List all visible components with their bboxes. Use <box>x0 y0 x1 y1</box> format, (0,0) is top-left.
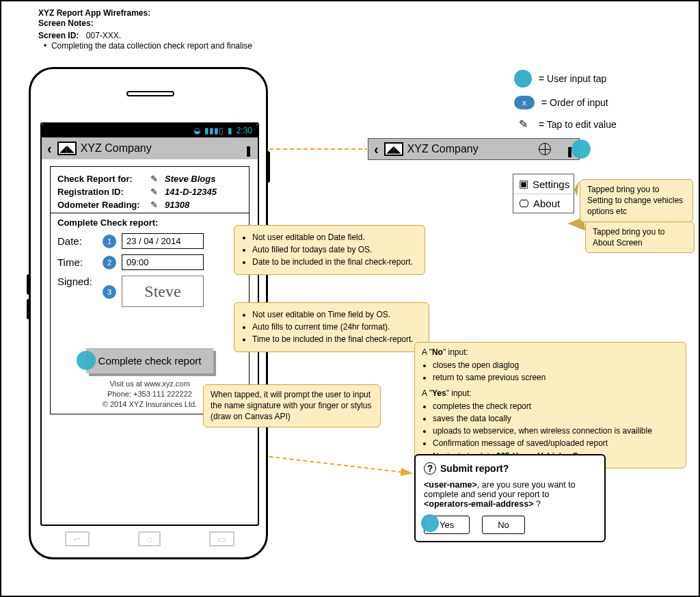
header-bullet-text: Completing the data collection check rep… <box>51 41 252 51</box>
logo-icon: ◢◣ <box>384 142 403 156</box>
submit-no-heading: A "No" input: <box>422 347 679 358</box>
monitor-icon: 🖵 <box>519 198 529 209</box>
time-label: Time: <box>57 256 97 268</box>
time-field[interactable] <box>122 254 204 270</box>
logo-icon: ◢◣ <box>57 142 77 155</box>
picture-icon: ▣ <box>519 178 528 190</box>
legend-order-icon: x <box>514 96 535 109</box>
status-time: 2:30 <box>237 126 252 135</box>
callout-time-b2: Auto fills to current time (24hr format)… <box>252 321 422 332</box>
overflow-menu-icon[interactable]: ▪▪▪ <box>246 144 254 154</box>
submit-yes-b1: completes the check report <box>433 401 679 412</box>
android-nav-bar: ⤺ ⌂ ▭ <box>40 527 259 550</box>
order-2-badge: 2 <box>103 256 116 269</box>
header-bullet: • Completing the data collection check r… <box>44 41 252 51</box>
callout-settings: Tapped bring you to Setting to change ve… <box>580 179 693 222</box>
battery-icon: ▮ <box>228 126 232 135</box>
tap-indicator <box>571 140 591 159</box>
submit-no-b1: closes the open diaglog <box>433 360 679 371</box>
nav-recent-icon[interactable]: ▭ <box>209 531 234 546</box>
complete-report-button[interactable]: Complete check report <box>86 348 214 373</box>
legend-tap-icon <box>514 70 532 88</box>
callout-about: Tapped bring you to About Screen <box>585 222 695 253</box>
menu-about[interactable]: 🖵About <box>513 194 574 213</box>
callout-time: Not user editable on Time field by OS. A… <box>234 302 429 352</box>
callout-time-b3: Time to be included in the final check-r… <box>252 334 422 345</box>
signed-label: Signed: <box>57 276 97 287</box>
callout-time-b1: Not user editable on Time field by OS. <box>252 309 422 320</box>
header-line-3: Screen ID: 007-XXX. <box>38 29 121 41</box>
back-chevron-icon[interactable]: ‹ <box>373 142 380 156</box>
header-line-2: Screen Notes: <box>38 18 94 28</box>
phone-titlebar: ‹ ◢◣ XYZ Company ▪▪▪ <box>42 137 258 159</box>
callout-date-b1: Not user editable on Date field. <box>252 232 418 243</box>
nav-home-icon[interactable]: ⌂ <box>138 531 160 546</box>
phone-speaker <box>126 91 174 96</box>
label-for: Check Report for: <box>57 174 146 184</box>
date-field[interactable] <box>122 233 204 249</box>
tap-indicator <box>421 514 439 532</box>
callout-submit: A "No" input: closes the open diaglog re… <box>414 342 686 468</box>
callout-date-b2: Auto filled for todays date by OS. <box>252 244 418 255</box>
divider <box>51 213 249 213</box>
pencil-icon[interactable] <box>150 200 161 210</box>
nav-back-icon[interactable]: ⤺ <box>65 531 90 546</box>
signal-icon: ▮▮▮▯ <box>204 126 224 135</box>
menu-about-label: About <box>533 198 560 209</box>
callout-signature: When tapped, it will prompt the user to … <box>203 384 381 427</box>
signature-canvas[interactable]: Steve <box>122 276 204 307</box>
overflow-menu: ▣Settings 🖵About <box>513 174 574 213</box>
submit-dialog: ?Submit report? <user-name>, are you sur… <box>414 454 606 542</box>
screen-id-label: Screen ID: <box>38 31 79 40</box>
label-reg: Registration ID: <box>57 187 146 197</box>
legend-order-label: = Order of input <box>541 97 608 108</box>
report-card: Check Report for:Steve Blogs Registratio… <box>50 166 250 414</box>
menu-settings[interactable]: ▣Settings <box>513 174 574 194</box>
phone-power-button <box>266 151 270 183</box>
legend-pencil-icon: ✎ <box>514 118 532 131</box>
menu-settings-label: Settings <box>533 178 569 190</box>
status-bar: ◒ ▮▮▮▯ ▮ 2:30 <box>42 124 258 137</box>
app-title: XYZ Company <box>81 142 152 155</box>
phone-screen: ◒ ▮▮▮▯ ▮ 2:30 ‹ ◢◣ XYZ Company ▪▪▪ Check… <box>40 122 259 526</box>
submit-yes-b4: Confirmation message of saved/uploaded r… <box>433 438 679 449</box>
pencil-icon[interactable] <box>150 174 161 184</box>
wifi-icon: ◒ <box>193 126 200 135</box>
phone-vol-down <box>27 299 31 319</box>
screen-id-value: 007-XXX. <box>86 31 121 40</box>
date-label: Date: <box>57 235 97 247</box>
section-title: Complete Check report: <box>57 217 242 228</box>
dialog-body-text2: ? <box>534 499 541 509</box>
legend-tap-label: = User input tap <box>539 73 606 84</box>
callout-date-b3: Date to be included in the final check-r… <box>252 256 418 267</box>
value-reg: 141-D-12345 <box>165 187 217 197</box>
order-1-badge: 1 <box>103 235 116 248</box>
pencil-icon[interactable] <box>150 187 161 197</box>
dialog-no-button[interactable]: No <box>482 516 525 534</box>
submit-yes-b3: uploads to webservice, when wireless con… <box>433 425 679 436</box>
phone-vol-up <box>27 274 31 295</box>
app-title-2: XYZ Company <box>407 143 479 155</box>
dialog-title: Submit report? <box>440 463 509 474</box>
legend-pencil-label: = Tap to edit value <box>539 119 617 130</box>
submit-yes-heading: A "Yes" input: <box>422 388 679 399</box>
globe-icon[interactable] <box>539 143 551 155</box>
label-odo: Odometer Reading: <box>57 200 146 210</box>
dialog-body: <user-name>, are you sure you want to co… <box>424 480 596 509</box>
value-odo: 91308 <box>165 200 189 210</box>
submit-yes-b2: saves the data locally <box>433 413 679 424</box>
phone-frame: ◒ ▮▮▮▯ ▮ 2:30 ‹ ◢◣ XYZ Company ▪▪▪ Check… <box>29 67 268 559</box>
legend: = User input tap x= Order of input ✎= Ta… <box>514 70 685 139</box>
back-chevron-icon[interactable]: ‹ <box>46 142 53 155</box>
order-3-badge: 3 <box>103 285 116 299</box>
tap-indicator <box>77 351 96 370</box>
screen-content: Check Report for:Steve Blogs Registratio… <box>42 159 258 421</box>
secondary-titlebar: ‹ ◢◣ XYZ Company ▪▪▪ <box>368 138 580 160</box>
callout-date: Not user editable on Date field. Auto fi… <box>234 225 425 275</box>
header-line-1: XYZ Report App Wireframes: <box>38 8 150 18</box>
question-icon: ? <box>424 462 436 475</box>
submit-no-b2: return to same previous screen <box>433 372 679 383</box>
dialog-email-token: <operators-email-address> <box>424 499 534 509</box>
value-for: Steve Blogs <box>165 174 215 184</box>
dialog-username-token: <user-name> <box>424 480 477 490</box>
